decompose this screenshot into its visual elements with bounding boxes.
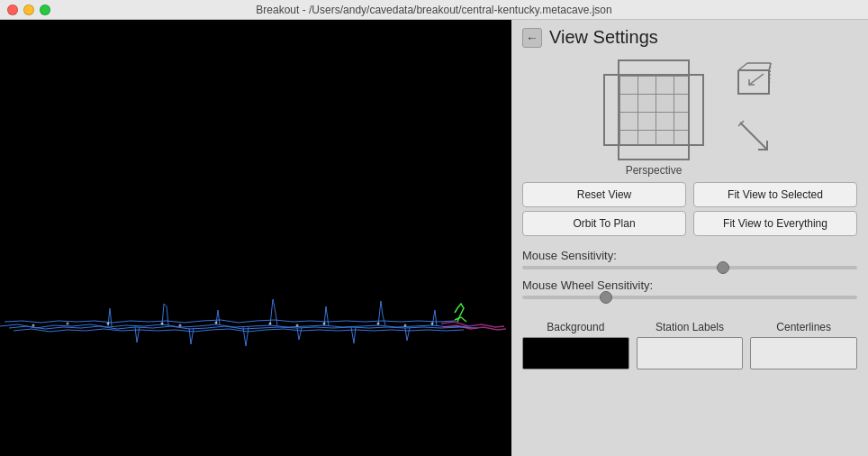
background-color-box[interactable] [522,337,629,369]
toggle-icon: ← [526,31,538,45]
perspective-camera-icon[interactable] [731,59,776,105]
buttons-section: Reset View Fit View to Selected Orbit To… [511,177,868,242]
svg-point-3 [269,323,272,325]
mouse-sensitivity-thumb[interactable] [717,261,729,274]
cave-visualization [0,20,511,456]
svg-point-1 [161,323,164,325]
main-content: ← View Settings Perspective [0,20,868,456]
svg-point-7 [32,324,35,327]
panel-title: View Settings [549,27,658,48]
station-labels-color-box[interactable] [637,337,744,369]
background-label: Background [547,321,604,333]
mouse-wheel-label: Mouse Wheel Sensitivity: [522,278,857,292]
sliders-section: Mouse Sensitivity: Mouse Wheel Sensitivi… [511,242,868,315]
grid-middle-row [603,74,704,146]
mouse-wheel-track[interactable] [522,296,857,299]
close-button[interactable] [7,5,18,15]
svg-point-2 [215,322,218,324]
button-row-1: Reset View Fit View to Selected [522,182,857,207]
window-controls [7,5,50,15]
mouse-wheel-thumb[interactable] [600,291,612,304]
minimize-button[interactable] [23,5,34,15]
svg-line-16 [749,74,764,85]
station-labels-label: Station Labels [656,321,724,333]
centerlines-col: Centerlines [750,321,857,369]
title-bar: Breakout - /Users/andy/cavedata/breakout… [0,0,868,20]
svg-point-9 [179,324,182,327]
svg-point-8 [67,323,69,325]
svg-point-11 [404,324,407,327]
mouse-sensitivity-label: Mouse Sensitivity: [522,249,857,262]
centerlines-color-box[interactable] [750,337,857,369]
svg-point-5 [377,323,380,325]
mouse-sensitivity-track[interactable] [522,266,857,269]
svg-point-6 [431,323,434,325]
view-grid-wrapper: Perspective [603,59,704,177]
fit-view-selected-button[interactable]: Fit View to Selected [693,182,857,207]
svg-line-12 [738,63,747,70]
station-labels-col: Station Labels [637,321,744,369]
background-col: Background [522,321,629,369]
settings-panel: ← View Settings Perspective [511,20,868,456]
perspective-label: Perspective [626,164,683,177]
panel-header: ← View Settings [511,20,868,55]
color-boxes-section: Background Station Labels Centerlines [511,315,868,375]
cave-viewport[interactable] [0,20,511,456]
maximize-button[interactable] [40,5,50,15]
svg-line-17 [740,123,767,150]
window-title: Breakout - /Users/andy/cavedata/breakout… [256,4,611,16]
bracket-top [618,59,690,74]
reset-view-button[interactable]: Reset View [522,182,686,207]
svg-point-4 [323,323,326,325]
diagonal-arrow-icon[interactable] [731,114,776,159]
inner-grid[interactable] [618,74,690,146]
centerlines-label: Centerlines [776,321,831,333]
button-row-2: Orbit To Plan Fit View to Everything [522,211,857,236]
fit-view-everything-button[interactable]: Fit View to Everything [693,211,857,236]
panel-toggle-button[interactable]: ← [522,28,542,48]
bracket-right [690,74,704,146]
bracket-left [603,74,618,146]
svg-point-0 [107,323,110,325]
svg-point-10 [296,324,299,327]
bracket-bottom [618,146,690,160]
orbit-to-plan-button[interactable]: Orbit To Plan [522,211,686,236]
view-icons-container: Perspective [511,55,868,177]
